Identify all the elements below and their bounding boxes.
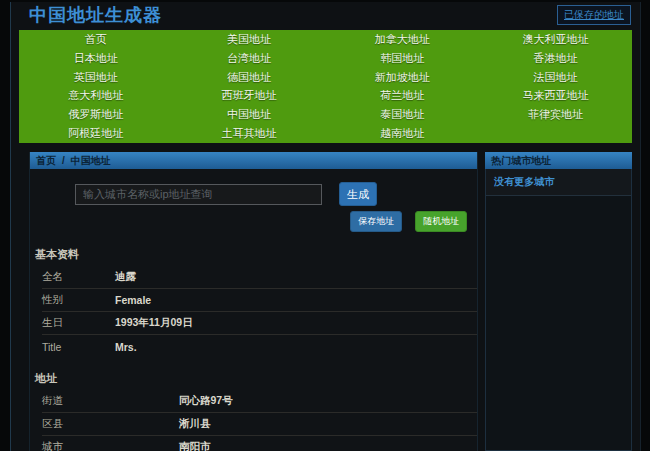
profile-section-title: 基本资料	[35, 247, 477, 262]
nav-item-germany[interactable]: 德国地址	[172, 68, 325, 87]
nav-item-france[interactable]: 法国地址	[479, 68, 632, 87]
sidebar-empty-message: 没有更多城市	[486, 169, 631, 196]
row-value: 南阳市	[179, 440, 211, 451]
page-container: 中国地址生成器 已保存的地址 首页 美国地址 加拿大地址 澳大利亚地址 日本地址…	[10, 2, 641, 451]
random-address-button[interactable]: 随机地址	[415, 211, 467, 232]
row-label: 性别	[42, 293, 115, 307]
nav-item-empty	[479, 124, 632, 143]
nav-item-spain[interactable]: 西班牙地址	[172, 87, 325, 106]
content-area: 首页 / 中国地址 生成 保存地址 随机地址 基本资料 全名 迪露	[11, 152, 640, 451]
nav-item-usa[interactable]: 美国地址	[172, 30, 325, 49]
nav-item-china[interactable]: 中国地址	[172, 105, 325, 124]
search-form: 生成	[75, 182, 477, 206]
nav-item-japan[interactable]: 日本地址	[19, 49, 172, 68]
nav-item-australia[interactable]: 澳大利亚地址	[479, 30, 632, 49]
nav-item-argentina[interactable]: 阿根廷地址	[19, 124, 172, 143]
row-value: Mrs.	[115, 341, 137, 353]
row-label: 生日	[42, 316, 115, 330]
saved-addresses-link[interactable]: 已保存的地址	[557, 5, 631, 25]
sidebar-header: 热门城市地址	[485, 152, 632, 169]
row-label: 街道	[42, 394, 179, 408]
hot-cities-sidebar: 热门城市地址 没有更多城市	[485, 152, 632, 451]
nav-item-taiwan[interactable]: 台湾地址	[172, 49, 325, 68]
row-label: 全名	[42, 270, 115, 284]
save-address-button[interactable]: 保存地址	[350, 211, 402, 232]
row-label: Title	[42, 341, 115, 353]
nav-item-vietnam[interactable]: 越南地址	[326, 124, 479, 143]
nav-item-uk[interactable]: 英国地址	[19, 68, 172, 87]
generate-button[interactable]: 生成	[339, 182, 377, 206]
nav-item-korea[interactable]: 韩国地址	[326, 49, 479, 68]
breadcrumb-current: 中国地址	[71, 154, 111, 168]
nav-item-canada[interactable]: 加拿大地址	[326, 30, 479, 49]
row-value: 1993年11月09日	[115, 316, 193, 330]
country-nav: 首页 美国地址 加拿大地址 澳大利亚地址 日本地址 台湾地址 韩国地址 香港地址…	[19, 30, 632, 143]
row-value: 淅川县	[179, 417, 211, 431]
row-value: 同心路97号	[179, 394, 233, 408]
row-label: 区县	[42, 417, 179, 431]
nav-item-hongkong[interactable]: 香港地址	[479, 49, 632, 68]
row-label: 城市	[42, 440, 179, 451]
header: 中国地址生成器 已保存的地址	[11, 2, 640, 28]
main-body: 生成 保存地址 随机地址 基本资料 全名 迪露 性别 Female	[30, 169, 477, 451]
nav-item-turkey[interactable]: 土耳其地址	[172, 124, 325, 143]
table-row: 区县 淅川县	[42, 413, 477, 436]
nav-item-italy[interactable]: 意大利地址	[19, 87, 172, 106]
breadcrumb-separator: /	[62, 155, 65, 166]
nav-item-netherlands[interactable]: 荷兰地址	[326, 87, 479, 106]
sidebar-title: 热门城市地址	[491, 154, 551, 168]
breadcrumb-home-link[interactable]: 首页	[36, 154, 56, 168]
table-row: 性别 Female	[42, 289, 477, 312]
row-value: 迪露	[115, 270, 136, 284]
table-row: 全名 迪露	[42, 266, 477, 289]
address-section-title: 地址	[35, 371, 477, 386]
row-value: Female	[115, 294, 151, 306]
main-panel: 首页 / 中国地址 生成 保存地址 随机地址 基本资料 全名 迪露	[29, 152, 478, 451]
action-buttons: 保存地址 随机地址	[30, 211, 467, 232]
sidebar-body: 没有更多城市	[485, 169, 632, 451]
nav-item-thailand[interactable]: 泰国地址	[326, 105, 479, 124]
address-rows: 街道 同心路97号 区县 淅川县 城市 南阳市 州 河南省	[30, 390, 477, 451]
nav-item-singapore[interactable]: 新加坡地址	[326, 68, 479, 87]
nav-item-home[interactable]: 首页	[19, 30, 172, 49]
nav-item-philippines[interactable]: 菲律宾地址	[479, 105, 632, 124]
table-row: 生日 1993年11月09日	[42, 312, 477, 335]
table-row: 城市 南阳市	[42, 436, 477, 451]
table-row: 街道 同心路97号	[42, 390, 477, 413]
breadcrumb: 首页 / 中国地址	[30, 152, 477, 169]
site-title: 中国地址生成器	[29, 3, 162, 27]
city-search-input[interactable]	[75, 184, 322, 205]
profile-rows: 全名 迪露 性别 Female 生日 1993年11月09日 Title Mrs…	[30, 266, 477, 358]
nav-item-malaysia[interactable]: 马来西亚地址	[479, 87, 632, 106]
nav-item-russia[interactable]: 俄罗斯地址	[19, 105, 172, 124]
table-row: Title Mrs.	[42, 335, 477, 358]
